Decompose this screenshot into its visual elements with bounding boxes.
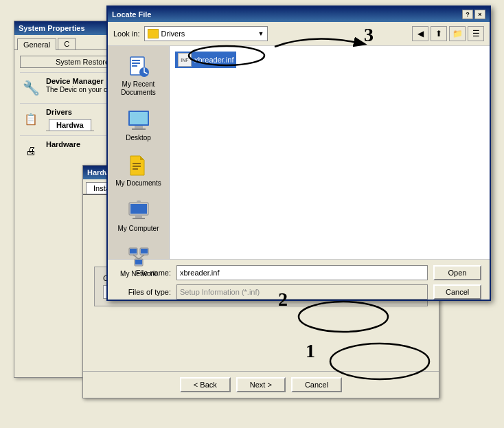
my-computer-icon: [126, 199, 151, 223]
dropdown-arrow-icon: ▼: [258, 30, 264, 37]
svg-rect-1: [132, 60, 140, 61]
locate-file-body: My Recent Documents Desktop: [108, 46, 490, 259]
sidebar-item-desktop[interactable]: Desktop: [111, 105, 166, 145]
folder-icon: [148, 29, 159, 38]
my-documents-icon: [126, 153, 151, 178]
files-of-type-label: Files of type:: [116, 288, 171, 296]
svg-rect-17: [133, 218, 145, 219]
hardware-label: Hardware: [46, 140, 80, 148]
desktop-label: Desktop: [126, 134, 151, 142]
hardware-icon: 🖨: [20, 140, 42, 162]
cancel-button[interactable]: Cancel: [291, 377, 342, 392]
desktop-icon: [126, 108, 151, 133]
tab-c[interactable]: C: [58, 38, 76, 49]
driver-tabs: Hardwa: [46, 116, 94, 131]
sidebar-item-my-documents[interactable]: My Documents: [111, 150, 166, 190]
svg-line-26: [139, 255, 144, 259]
locate-file-dialog: Locate File ? × Look in: Drivers ▼ ◀ ⬆ 📁…: [106, 5, 491, 301]
my-documents-label: My Documents: [115, 179, 161, 188]
system-properties-title: System Properties: [19, 24, 85, 32]
recent-docs-label: My Recent Documents: [115, 80, 162, 97]
filename-row: File name: Open: [116, 265, 481, 280]
next-button[interactable]: Next >: [236, 377, 286, 392]
locate-help-button[interactable]: ?: [462, 10, 473, 19]
svg-rect-8: [132, 128, 146, 130]
tab-general[interactable]: General: [17, 38, 56, 50]
locate-sidebar: My Recent Documents Desktop: [108, 46, 170, 259]
svg-line-25: [133, 255, 139, 259]
svg-rect-16: [135, 215, 142, 218]
locate-file-titlebar: Locate File ? ×: [108, 7, 490, 22]
lookin-dropdown[interactable]: Drivers ▼: [144, 26, 268, 41]
my-computer-label: My Computer: [117, 225, 159, 233]
svg-rect-6: [130, 112, 148, 124]
back-button[interactable]: < Back: [180, 377, 231, 392]
locate-toolbar: Look in: Drivers ▼ ◀ ⬆ 📁 ☰: [108, 22, 490, 46]
locate-titlebar-buttons: ? ×: [462, 10, 485, 19]
svg-marker-10: [140, 156, 144, 160]
svg-rect-12: [133, 166, 141, 167]
svg-rect-22: [141, 249, 148, 254]
navigate-back-button[interactable]: ◀: [412, 26, 428, 41]
svg-rect-20: [130, 249, 137, 254]
sidebar-item-recent[interactable]: My Recent Documents: [111, 52, 166, 100]
drivers-section-text: Drivers Hardwa: [46, 108, 94, 131]
drivers-icon: 📋: [20, 108, 42, 130]
files-of-type-input: [176, 284, 428, 300]
open-button[interactable]: Open: [433, 265, 481, 280]
svg-rect-13: [133, 168, 138, 170]
filetype-row: Files of type: Cancel: [116, 284, 481, 300]
file-name-label: File name:: [116, 269, 171, 277]
hardware-bottom-buttons: < Back Next > Cancel: [83, 371, 439, 398]
locate-close-button[interactable]: ×: [474, 10, 485, 19]
svg-point-18: [137, 201, 141, 203]
file-item-xbreader[interactable]: INF xbreader.inf: [175, 52, 236, 68]
svg-rect-2: [132, 63, 140, 64]
inf-file-icon: INF: [178, 53, 192, 67]
sidebar-item-my-computer[interactable]: My Computer: [111, 196, 166, 236]
navigate-up-button[interactable]: ⬆: [431, 26, 447, 41]
hardware-section-text: Hardware: [46, 140, 80, 148]
svg-rect-11: [133, 163, 141, 164]
file-item-label: xbreader.inf: [194, 56, 233, 64]
svg-rect-7: [135, 126, 143, 128]
file-name-input[interactable]: [176, 265, 428, 280]
device-manager-icon: 🔧: [20, 77, 42, 99]
recent-docs-icon: [126, 54, 151, 79]
locate-cancel-button[interactable]: Cancel: [433, 284, 481, 300]
svg-rect-24: [135, 260, 142, 264]
lookin-value: Drivers: [161, 30, 185, 38]
locate-file-area: INF xbreader.inf: [170, 46, 490, 259]
locate-bottom: File name: Open Files of type: Cancel: [108, 259, 490, 305]
new-folder-button[interactable]: 📁: [449, 26, 466, 41]
drivers-label: Drivers: [46, 108, 94, 116]
svg-rect-3: [132, 65, 137, 67]
driver-tab-hardware[interactable]: Hardwa: [49, 119, 91, 131]
svg-rect-15: [130, 204, 147, 214]
locate-file-title: Locate File: [112, 10, 151, 19]
lookin-label: Look in:: [113, 30, 140, 38]
view-menu-button[interactable]: ☰: [468, 26, 484, 41]
toolbar-actions: ◀ ⬆ 📁 ☰: [412, 26, 484, 41]
